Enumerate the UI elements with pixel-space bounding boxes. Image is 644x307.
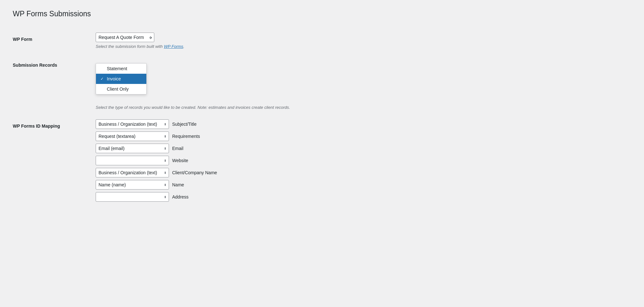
mapping-label-5: Name (172, 182, 223, 187)
mapping-row-0: Business / Organization (text) Subject/T… (96, 119, 628, 129)
dropdown-item-client-only[interactable]: Client Only (96, 84, 146, 94)
mapping-label-0: Subject/Title (172, 122, 223, 127)
mapping-select-wrapper-4: Business / Organization (text) (96, 168, 169, 177)
mapping-select-2[interactable]: Email (email) (96, 144, 169, 153)
wp-form-select[interactable]: Request A Quote Form (96, 33, 154, 42)
mapping-select-5[interactable]: Name (name) (96, 180, 169, 190)
wp-form-description: Select the submission form built with WP… (96, 44, 628, 49)
mapping-row-3: Website (96, 156, 628, 165)
mapping-select-6[interactable] (96, 192, 169, 202)
mapping-row-2: Email (email) Email (96, 144, 628, 153)
mapping-select-4[interactable]: Business / Organization (text) (96, 168, 169, 177)
mapping-label-2: Email (172, 146, 223, 151)
wp-form-select-wrapper: Request A Quote Form ⬗ (96, 33, 154, 42)
wp-forms-link[interactable]: WP Forms (164, 44, 183, 49)
settings-form: WP Form Request A Quote Form ⬗ Select th… (13, 28, 631, 209)
mapping-select-wrapper-2: Email (email) (96, 144, 169, 153)
dropdown-item-statement[interactable]: Statement (96, 64, 146, 74)
wp-form-cell: Request A Quote Form ⬗ Select the submis… (92, 28, 631, 54)
submission-records-description: Select the type of records you would lik… (96, 105, 628, 110)
dropdown-label-invoice: Invoice (107, 76, 121, 81)
mapping-select-wrapper-1: Request (textarea) (96, 131, 169, 141)
dropdown-item-invoice[interactable]: ✓ Invoice (96, 74, 146, 84)
mapping-select-0[interactable]: Business / Organization (text) (96, 119, 169, 129)
mapping-row-6: Address (96, 192, 628, 202)
mapping-select-wrapper-6 (96, 192, 169, 202)
dropdown-label-client-only: Client Only (107, 86, 128, 92)
mapping-label-6: Address (172, 194, 223, 199)
page-title: WP Forms Submissions (13, 10, 631, 18)
checkmark-client-only (100, 87, 105, 91)
checkmark-invoice: ✓ (100, 77, 105, 81)
wp-form-label: WP Form (13, 28, 92, 54)
mapping-select-wrapper-0: Business / Organization (text) (96, 119, 169, 129)
wp-forms-id-mapping-cell: Business / Organization (text) Subject/T… (92, 115, 631, 209)
wp-forms-id-mapping-row: WP Forms ID Mapping Business / Organizat… (13, 115, 631, 209)
checkmark-statement (100, 66, 105, 71)
mapping-label-3: Website (172, 158, 223, 163)
submission-records-row: Submission Records Statement ✓ Invoice (13, 54, 631, 115)
mapping-select-3[interactable] (96, 156, 169, 165)
mapping-row-1: Request (textarea) Requirements (96, 131, 628, 141)
mapping-row-5: Name (name) Name (96, 180, 628, 190)
submission-records-dropdown: Statement ✓ Invoice Client Only (96, 63, 147, 94)
mapping-label-4: Client/Company Name (172, 170, 223, 175)
mapping-label-1: Requirements (172, 134, 223, 139)
wp-form-row: WP Form Request A Quote Form ⬗ Select th… (13, 28, 631, 54)
submission-records-cell: Statement ✓ Invoice Client Only Select t… (92, 54, 631, 115)
wp-forms-id-mapping-label: WP Forms ID Mapping (13, 115, 92, 209)
mapping-select-wrapper-5: Name (name) (96, 180, 169, 190)
dropdown-label-statement: Statement (107, 66, 127, 71)
mapping-select-1[interactable]: Request (textarea) (96, 131, 169, 141)
submission-records-label: Submission Records (13, 54, 92, 115)
mapping-row-4: Business / Organization (text) Client/Co… (96, 168, 628, 177)
mapping-select-wrapper-3 (96, 156, 169, 165)
